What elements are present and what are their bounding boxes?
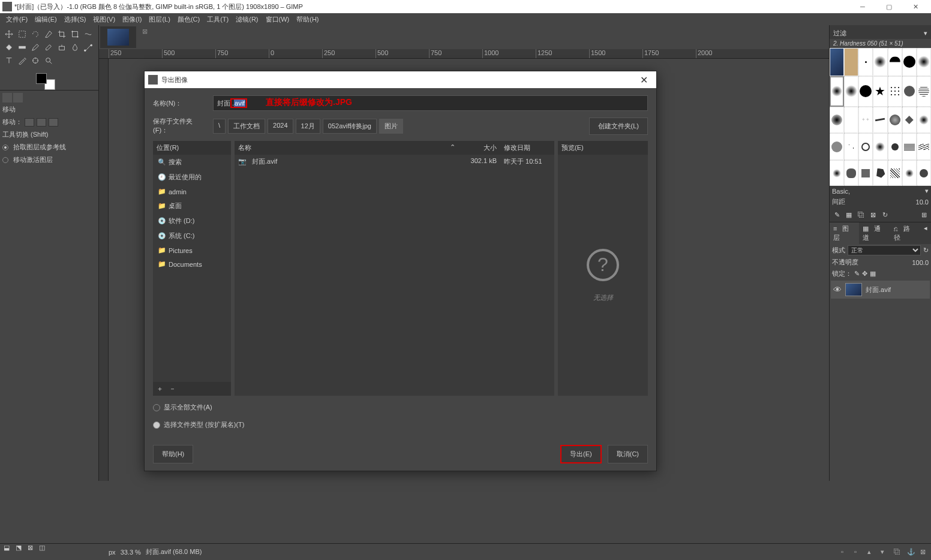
- col-size[interactable]: 大小: [458, 143, 500, 152]
- col-date[interactable]: 修改日期: [500, 143, 554, 152]
- warp-tool[interactable]: [82, 28, 95, 41]
- channels-tab[interactable]: ▦ 通道: [859, 222, 890, 244]
- place-drive-d[interactable]: 💿软件 (D:): [153, 213, 231, 228]
- brush-item[interactable]: [844, 107, 858, 134]
- place-admin[interactable]: 📁admin: [153, 185, 231, 198]
- brush-item[interactable]: [844, 160, 858, 186]
- menu-view[interactable]: 视图(V): [89, 15, 119, 24]
- text-tool[interactable]: [2, 54, 16, 67]
- radio-pick-layer[interactable]: 拾取图层或参考线: [2, 143, 96, 152]
- brush-item[interactable]: [830, 48, 844, 76]
- menu-image[interactable]: 图像(I): [119, 15, 145, 24]
- brush-item[interactable]: [858, 76, 873, 107]
- maximize-button[interactable]: ▢: [876, 0, 902, 13]
- brush-item[interactable]: [858, 133, 873, 160]
- unit-select[interactable]: px: [109, 549, 116, 556]
- brush-item[interactable]: [873, 107, 887, 134]
- radio-move-active[interactable]: 移动激活图层: [2, 155, 96, 164]
- mode-reset-icon[interactable]: ↻: [923, 246, 929, 254]
- lock-alpha-icon[interactable]: ▦: [870, 270, 876, 278]
- place-search[interactable]: 🔍搜索: [153, 155, 231, 170]
- open-brush-icon[interactable]: ⊞: [919, 210, 929, 219]
- brush-item[interactable]: [917, 48, 931, 76]
- close-button[interactable]: ✕: [902, 0, 929, 13]
- layer-group-icon[interactable]: ▫: [854, 548, 864, 558]
- select-type-radio[interactable]: 选择文件类型 (按扩展名)(T): [153, 419, 648, 430]
- new-brush-icon[interactable]: ▦: [844, 210, 854, 219]
- brush-item[interactable]: [873, 133, 887, 160]
- help-button[interactable]: 帮助(H): [153, 445, 193, 463]
- delete-brush-icon[interactable]: ⊠: [868, 210, 878, 219]
- add-place-button[interactable]: ＋: [157, 384, 163, 393]
- crumb-current[interactable]: 图片: [379, 119, 403, 134]
- brush-item[interactable]: [844, 76, 858, 107]
- rect-select-tool[interactable]: [16, 28, 29, 41]
- sb-icon-4[interactable]: ◫: [39, 544, 45, 560]
- menu-tools[interactable]: 工具(T): [203, 15, 232, 24]
- fg-bg-colors[interactable]: [36, 73, 55, 90]
- layer-down-icon[interactable]: ▾: [881, 548, 890, 558]
- visibility-icon[interactable]: 👁: [833, 285, 842, 294]
- brush-item[interactable]: ✦✦: [858, 107, 873, 134]
- brush-item[interactable]: [902, 76, 917, 107]
- brush-item[interactable]: [917, 160, 931, 186]
- brush-item[interactable]: [902, 133, 917, 160]
- create-folder-button[interactable]: 创建文件夹(L): [589, 118, 648, 135]
- brush-item[interactable]: [902, 160, 917, 186]
- fg-color[interactable]: [36, 73, 47, 84]
- place-desktop[interactable]: 📁桌面: [153, 198, 231, 213]
- dropdown-icon[interactable]: ▾: [925, 187, 929, 195]
- brush-item[interactable]: [888, 76, 902, 107]
- device-status-tab-icon[interactable]: [13, 93, 23, 103]
- tool-options-tab-icon[interactable]: [2, 93, 12, 103]
- paths-tab[interactable]: ⎌ 路径: [890, 222, 920, 244]
- gradient-tool[interactable]: [16, 41, 29, 54]
- lock-pixels-icon[interactable]: ✎: [854, 270, 860, 278]
- layer-anchor-icon[interactable]: ⚓: [907, 548, 917, 558]
- zoom-tool[interactable]: [42, 54, 55, 67]
- brush-item[interactable]: [888, 48, 902, 76]
- layer-up-icon[interactable]: ▴: [867, 548, 877, 558]
- brush-item[interactable]: [917, 107, 931, 134]
- brush-item[interactable]: [830, 160, 844, 186]
- brush-item[interactable]: [873, 48, 887, 76]
- color-picker-tool[interactable]: [16, 54, 29, 67]
- show-all-checkbox[interactable]: 显示全部文件(A): [153, 402, 648, 413]
- layer-dup-icon[interactable]: ⿻: [894, 548, 903, 558]
- place-documents[interactable]: 📁Documents: [153, 257, 231, 271]
- pencil-tool[interactable]: [29, 41, 42, 54]
- document-tab-close-icon[interactable]: ⊠: [140, 25, 150, 49]
- edit-brush-icon[interactable]: ✎: [832, 210, 842, 219]
- layer-name[interactable]: 封面.avif: [866, 285, 891, 294]
- layer-new-icon[interactable]: ▫: [841, 548, 851, 558]
- remove-place-button[interactable]: －: [169, 384, 176, 393]
- brush-item[interactable]: ★: [873, 76, 887, 107]
- move-tool[interactable]: [2, 28, 16, 41]
- brush-item[interactable]: [888, 160, 902, 186]
- menu-select[interactable]: 选择(S): [61, 15, 90, 24]
- brush-item[interactable]: [902, 48, 917, 76]
- menu-windows[interactable]: 窗口(W): [262, 15, 293, 24]
- crumb-item[interactable]: 工作文档: [228, 119, 265, 134]
- brush-item-selected[interactable]: [830, 76, 844, 107]
- dialog-close-button[interactable]: ✕: [635, 74, 653, 86]
- menu-edit[interactable]: 编辑(E): [31, 15, 61, 24]
- opacity-value[interactable]: 100.0: [912, 259, 929, 266]
- sb-icon-2[interactable]: ⬔: [16, 544, 22, 560]
- brush-item[interactable]: [917, 133, 931, 160]
- crumb-root[interactable]: \: [213, 119, 226, 134]
- transform-tool[interactable]: [68, 28, 82, 41]
- filter-expand-icon[interactable]: ▾: [924, 29, 927, 37]
- lock-position-icon[interactable]: ✥: [862, 270, 867, 278]
- brush-item[interactable]: [873, 160, 887, 186]
- brush-item[interactable]: [830, 107, 844, 134]
- sb-icon-1[interactable]: ⬓: [4, 544, 10, 560]
- eraser-tool[interactable]: [42, 41, 55, 54]
- brush-item[interactable]: [888, 107, 902, 134]
- menu-filters[interactable]: 滤镜(R): [232, 15, 262, 24]
- brush-item[interactable]: [830, 133, 844, 160]
- spacing-value[interactable]: 10.0: [916, 198, 929, 206]
- brush-item[interactable]: [917, 76, 931, 107]
- brush-item[interactable]: [858, 48, 873, 76]
- brush-item[interactable]: [844, 48, 858, 76]
